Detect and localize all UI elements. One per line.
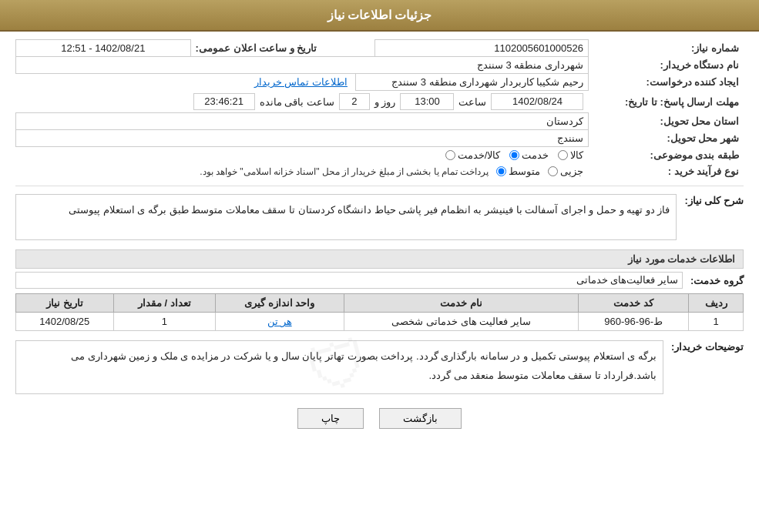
buyer-notes-text: 🛡 برگه ی استعلام پیوستی تکمیل و در سامان… <box>15 340 663 394</box>
buyer-org-label: نام دستگاه خریدار: <box>588 57 744 74</box>
category-label: طبقه بندی موضوعی: <box>588 147 744 164</box>
main-info-table: شماره نیاز: 1102005601000526 تاریخ و ساع… <box>15 39 744 179</box>
deadline-time: 13:00 <box>400 93 454 110</box>
buyer-notes-label: توضیحات خریدار: <box>671 341 744 353</box>
buyer-org-value: شهرداری منطقه 3 سنندج <box>16 57 589 74</box>
group-label: گروه خدمت: <box>690 275 744 286</box>
announce-value: 1402/08/21 - 12:51 <box>16 40 191 57</box>
action-buttons: بازگشت چاپ <box>15 408 744 429</box>
process-note: پرداخت تمام یا بخشی از مبلغ خریدار از مح… <box>200 166 489 177</box>
category-option-goods[interactable]: کالا <box>558 149 583 161</box>
col-code: کد خدمت <box>579 294 689 313</box>
deadline-remaining-label: ساعت باقی مانده <box>260 96 334 108</box>
province-label: استان محل تحویل: <box>588 113 744 130</box>
process-label: نوع فرآیند خرید : <box>588 163 744 179</box>
service-row-1: 1 ط-96-96-960 سایر فعالیت های خدماتی شخص… <box>16 313 744 331</box>
deadline-days-label: روز و <box>374 96 396 108</box>
deadline-date: 1402/08/24 <box>491 93 583 110</box>
col-date: تاریخ نیاز <box>16 294 114 313</box>
service-row-number: 1 <box>689 313 744 331</box>
col-row: ردیف <box>689 294 744 313</box>
city-label: شهر محل تحویل: <box>588 130 744 147</box>
need-number-label: شماره نیاز: <box>588 40 744 57</box>
description-text: فاز دو تهیه و حمل و اجرای آسفالت با فینی… <box>15 194 677 240</box>
city-value: سنندج <box>16 130 589 147</box>
creator-label: ایجاد کننده درخواست: <box>588 74 744 91</box>
province-value: کردستان <box>16 113 589 130</box>
print-button[interactable]: چاپ <box>297 408 364 429</box>
need-number-value: 1102005601000526 <box>375 40 589 57</box>
services-table: ردیف کد خدمت نام خدمت واحد اندازه گیری ت… <box>15 293 744 331</box>
service-code: ط-96-96-960 <box>579 313 689 331</box>
group-value: سایر فعالیت‌های خدماتی <box>15 272 683 289</box>
announce-label: تاریخ و ساعت اعلان عمومی: <box>190 40 355 57</box>
deadline-days: 2 <box>339 93 370 110</box>
description-section-title: شرح کلی نیاز: <box>684 195 744 206</box>
deadline-remaining: 23:46:21 <box>193 93 255 110</box>
service-quantity: 1 <box>113 313 215 331</box>
service-name: سایر فعالیت های خدماتی شخصی <box>344 313 578 331</box>
service-date: 1402/08/25 <box>16 313 114 331</box>
category-option-both[interactable]: کالا/خدمت <box>445 149 501 161</box>
creator-value: رحیم شکیبا کاربردار شهرداری منطقه 3 سنند… <box>355 74 588 91</box>
deadline-label: مهلت ارسال پاسخ: تا تاریخ: <box>588 91 744 113</box>
category-option-service[interactable]: خدمت <box>509 149 549 161</box>
process-option-partial[interactable]: جزیی <box>548 166 583 177</box>
creator-contact-link[interactable]: اطلاعات تماس خریدار <box>254 76 348 88</box>
back-button[interactable]: بازگشت <box>379 408 462 429</box>
col-unit: واحد اندازه گیری <box>215 294 344 313</box>
services-section-title: اطلاعات خدمات مورد نیاز <box>15 249 744 269</box>
page-title: جزئیات اطلاعات نیاز <box>327 8 432 22</box>
page-header: جزئیات اطلاعات نیاز <box>0 0 759 32</box>
deadline-time-label: ساعت <box>458 96 486 108</box>
col-name: نام خدمت <box>344 294 578 313</box>
process-option-medium[interactable]: متوسط <box>496 166 540 177</box>
col-quantity: تعداد / مقدار <box>113 294 215 313</box>
service-unit[interactable]: هر تن <box>215 313 344 331</box>
